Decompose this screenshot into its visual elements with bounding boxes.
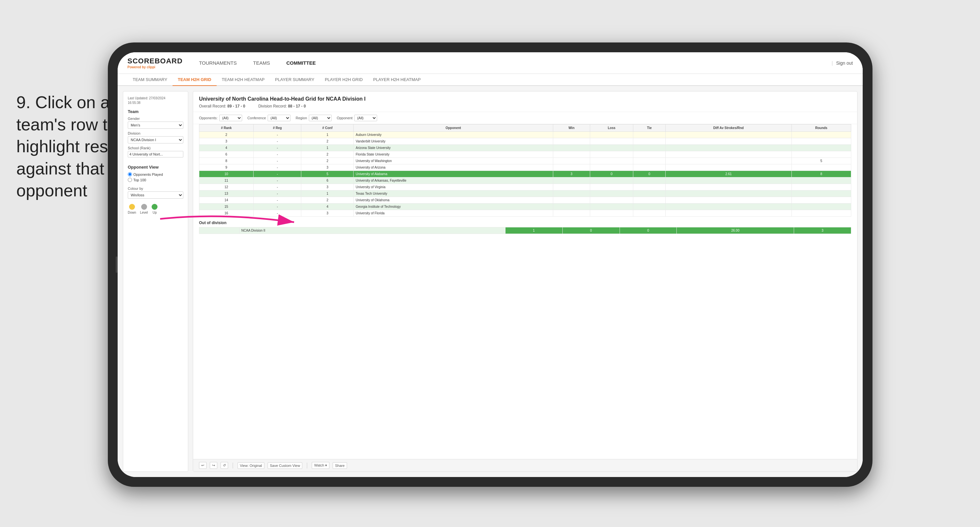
cell-diff — [666, 204, 791, 210]
cell-opponent: Arizona State University — [353, 145, 553, 151]
table-row[interactable]: 11 - 6 University of Arkansas, Fayettevi… — [199, 177, 851, 184]
legend-up-dot — [152, 204, 158, 210]
table-row[interactable]: 2 - 1 Auburn University — [199, 132, 851, 138]
cell-opponent: Florida State University — [353, 151, 553, 158]
cell-loss: 0 — [590, 171, 633, 177]
nav-tournaments[interactable]: TOURNAMENTS — [196, 58, 240, 68]
cell-loss — [590, 197, 633, 204]
filter-row: Opponents: (All) Conference (All) — [193, 112, 857, 124]
sub-nav-player-h2h-grid[interactable]: PLAYER H2H GRID — [320, 74, 368, 86]
cell-loss — [590, 184, 633, 191]
cell-win — [553, 177, 590, 184]
table-row[interactable]: 13 - 1 Texas Tech University — [199, 191, 851, 197]
opponent-select[interactable]: (All) — [354, 115, 377, 121]
save-custom-view-button[interactable]: Save Custom View — [267, 462, 302, 469]
cell-conf: 2 — [301, 197, 353, 204]
cell-diff — [666, 138, 791, 145]
team-section-title: Team — [128, 109, 183, 114]
col-loss: Loss — [590, 124, 633, 132]
sign-out-link[interactable]: Sign out — [836, 61, 853, 66]
app-container: SCOREBOARD Powered by clippi TOURNAMENTS… — [118, 52, 863, 477]
cell-loss — [590, 145, 633, 151]
radio-top-100[interactable]: Top 100 — [128, 178, 183, 182]
cell-tie — [633, 210, 666, 217]
division-select[interactable]: NCAA Division I — [128, 136, 183, 143]
gender-label: Gender — [128, 117, 183, 121]
cell-diff — [666, 132, 791, 138]
table-row[interactable]: 6 - 2 Florida State University — [199, 151, 851, 158]
cell-loss — [590, 151, 633, 158]
school-rank-input[interactable] — [128, 151, 183, 158]
logo-area: SCOREBOARD Powered by clippi — [127, 57, 183, 69]
data-table: # Rank # Reg # Conf Opponent Win Loss Ti… — [199, 124, 851, 217]
tablet-screen: SCOREBOARD Powered by clippi TOURNAMENTS… — [118, 52, 863, 477]
share-button[interactable]: Share — [332, 462, 347, 469]
legend-down: Down — [128, 204, 136, 214]
table-row[interactable]: 15 - 4 Georgia Institute of Technology — [199, 204, 851, 210]
cell-rank: 11 — [199, 177, 254, 184]
region-select[interactable]: (All) — [309, 115, 332, 121]
colour-by-select[interactable]: Win/loss — [128, 191, 183, 199]
cell-opponent: Auburn University — [353, 132, 553, 138]
sub-nav-player-summary[interactable]: PLAYER SUMMARY — [270, 74, 320, 86]
opponents-select[interactable]: (All) — [219, 115, 242, 121]
sub-nav-team-h2h-grid[interactable]: TEAM H2H GRID — [173, 74, 216, 86]
last-updated: Last Updated: 27/03/2024 16:55:38 — [128, 96, 183, 105]
out-of-division-row[interactable]: NCAA Division II 1 0 0 26.00 3 — [199, 228, 851, 234]
redo-button[interactable]: ↪ — [210, 462, 217, 469]
top-nav: SCOREBOARD Powered by clippi TOURNAMENTS… — [118, 52, 863, 74]
school-rank-label: School (Rank) — [128, 146, 183, 150]
bottom-toolbar: ↩ ↪ ↺ View: Original Save Custom View Wa… — [193, 459, 857, 471]
cell-opponent: Texas Tech University — [353, 191, 553, 197]
legend-level: Level — [140, 204, 148, 214]
cell-rank: 10 — [199, 171, 254, 177]
cell-loss — [590, 158, 633, 164]
table-row[interactable]: 16 - 3 University of Florida — [199, 210, 851, 217]
sub-nav-team-summary[interactable]: TEAM SUMMARY — [127, 74, 173, 86]
cell-tie — [633, 151, 666, 158]
sub-nav-player-h2h-heatmap[interactable]: PLAYER H2H HEATMAP — [368, 74, 426, 86]
cell-diff — [666, 158, 791, 164]
cell-diff — [666, 164, 791, 171]
radio-opponents-played[interactable]: Opponents Played — [128, 172, 183, 177]
view-original-button[interactable]: View: Original — [237, 462, 264, 469]
step-number: 9. — [16, 93, 30, 112]
cell-conf: 1 — [301, 191, 353, 197]
cell-conf: 3 — [301, 184, 353, 191]
table-row[interactable]: 12 - 3 University of Virginia — [199, 184, 851, 191]
cell-rounds — [791, 164, 851, 171]
legend-row: Down Level Up — [128, 204, 183, 214]
cell-opponent: University of Washington — [353, 158, 553, 164]
table-row[interactable]: 10 - 5 University of Alabama 3 0 0 2.61 … — [199, 171, 851, 177]
refresh-button[interactable]: ↺ — [221, 462, 228, 469]
cell-win — [553, 132, 590, 138]
nav-committee[interactable]: COMMITTEE — [283, 58, 319, 68]
table-row[interactable]: 8 - 2 University of Washington 5 — [199, 158, 851, 164]
out-of-division-table: NCAA Division II 1 0 0 26.00 3 — [199, 227, 851, 234]
conference-select[interactable]: (All) — [267, 115, 291, 121]
col-rounds: Rounds — [791, 124, 851, 132]
opponent-view-section: Opponent View Opponents Played Top 100 — [128, 165, 183, 182]
cell-loss — [590, 164, 633, 171]
table-row[interactable]: 3 - 2 Vanderbilt University — [199, 138, 851, 145]
cell-rank: 9 — [199, 164, 254, 171]
cell-conf: 2 — [301, 138, 353, 145]
cell-reg: - — [254, 210, 301, 217]
gender-select[interactable]: Men's — [128, 121, 183, 129]
watch-button[interactable]: Watch ▾ — [312, 462, 329, 469]
table-row[interactable]: 14 - 2 University of Oklahoma — [199, 197, 851, 204]
table-row[interactable]: 9 - 3 University of Arizona — [199, 164, 851, 171]
legend-down-dot — [129, 204, 135, 210]
sub-nav-team-h2h-heatmap[interactable]: TEAM H2H HEATMAP — [216, 74, 270, 86]
opponent-view-title: Opponent View — [128, 165, 183, 170]
cell-conf: 6 — [301, 177, 353, 184]
nav-right: | Sign out — [832, 61, 853, 66]
cell-rank: 8 — [199, 158, 254, 164]
nav-teams[interactable]: TEAMS — [250, 58, 273, 68]
undo-button[interactable]: ↩ — [199, 462, 207, 469]
filter-opponent: Opponent (All) — [337, 115, 377, 121]
cell-win — [553, 204, 590, 210]
logo-subtitle: Powered by clippi — [127, 65, 183, 69]
table-row[interactable]: 4 - 1 Arizona State University — [199, 145, 851, 151]
cell-tie — [633, 138, 666, 145]
